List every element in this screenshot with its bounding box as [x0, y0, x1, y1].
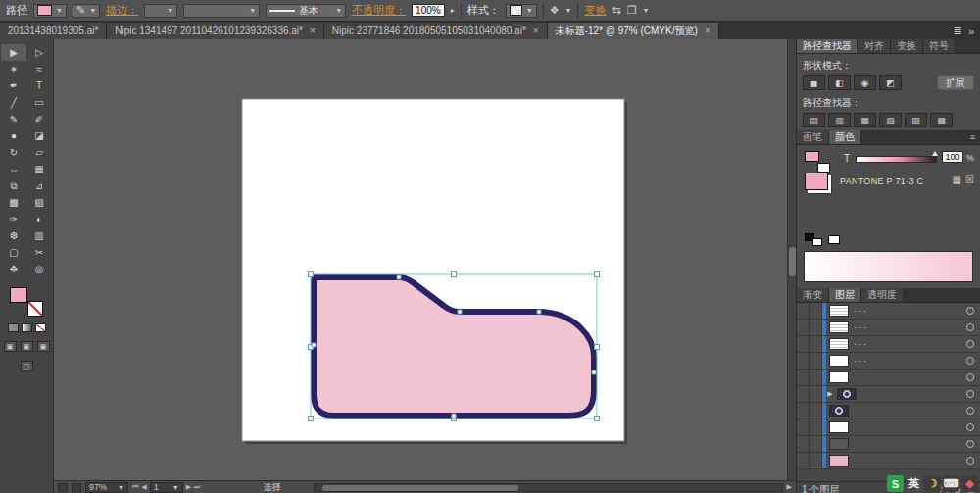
tint-slider[interactable]: [856, 156, 937, 163]
graph-tool[interactable]: ▥: [26, 227, 52, 244]
blob-brush-tool[interactable]: ●: [1, 127, 26, 144]
stroke-link[interactable]: 描边：: [106, 3, 138, 18]
color-ramp[interactable]: [804, 251, 973, 282]
tab-close-icon[interactable]: ×: [310, 25, 316, 36]
draw-behind-icon[interactable]: ▣: [21, 341, 33, 352]
layer-thumbnail[interactable]: [829, 355, 849, 367]
lock-toggle[interactable]: [810, 336, 822, 352]
direct-selection-tool[interactable]: ▷: [26, 44, 52, 61]
document-tab[interactable]: Nipic 1341497 20110426101239326336.ai*×: [107, 23, 324, 39]
visibility-toggle[interactable]: [797, 419, 810, 435]
layer-row[interactable]: ···: [797, 303, 980, 320]
pathfinder-group-tab[interactable]: 路径查找器: [797, 39, 858, 53]
visibility-toggle[interactable]: [797, 370, 810, 385]
pantone-swatch[interactable]: [805, 173, 828, 190]
layer-thumbnail[interactable]: [829, 421, 849, 433]
visibility-toggle[interactable]: [797, 403, 810, 419]
zoom-tool[interactable]: ◎: [26, 261, 52, 277]
minus-front-icon[interactable]: ◧: [828, 75, 851, 90]
artboard-number-field[interactable]: 1 ▼: [150, 482, 183, 493]
soft-keyboard-icon[interactable]: ⌨: [943, 475, 959, 492]
next-artboard-icon[interactable]: ▶: [186, 483, 191, 491]
layer-thumbnail[interactable]: [829, 455, 849, 467]
panel-fill-stroke-indicator[interactable]: [805, 151, 830, 173]
fill-color-dropdown[interactable]: ▼: [33, 4, 67, 18]
tab-close-icon[interactable]: ×: [533, 25, 539, 36]
fill-swatch[interactable]: [10, 287, 27, 303]
document-tab[interactable]: 未标题-12* @ 97% (CMYK/预览)×: [548, 23, 719, 39]
target-circle-icon[interactable]: [966, 357, 974, 365]
brush-definition-dropdown[interactable]: 基本 ▼: [266, 4, 346, 18]
panel-fill-swatch[interactable]: [805, 151, 819, 162]
layer-thumbnail[interactable]: [829, 405, 849, 417]
draw-normal-icon[interactable]: ▣: [4, 341, 17, 352]
layer-thumbnail[interactable]: [829, 371, 849, 383]
target-circle-icon[interactable]: [966, 307, 974, 315]
last-artboard-icon[interactable]: ⏭: [194, 483, 200, 491]
lock-toggle[interactable]: [810, 436, 822, 452]
minus-back-icon[interactable]: ▩: [930, 113, 953, 127]
tab-overflow-icon[interactable]: »: [968, 25, 974, 37]
lock-toggle[interactable]: [810, 419, 822, 435]
free-transform-tool[interactable]: ▦: [26, 161, 52, 177]
vertical-scrollbar[interactable]: [787, 39, 796, 480]
trim-icon[interactable]: ▥: [828, 113, 851, 127]
expand-button[interactable]: 扩展: [937, 75, 974, 90]
white-proxy-swatch[interactable]: [828, 235, 840, 244]
recolor-artwork-icon[interactable]: ❖: [550, 4, 560, 17]
layer-row[interactable]: ▶: [797, 386, 980, 403]
layers-group-tab[interactable]: 透明度: [861, 288, 904, 302]
target-circle-icon[interactable]: [966, 407, 974, 415]
exclude-icon[interactable]: ◩: [879, 75, 902, 90]
layer-row[interactable]: [797, 453, 980, 469]
tint-value-field[interactable]: 100: [942, 151, 963, 163]
paintbrush-tool[interactable]: ✎: [1, 111, 26, 127]
layer-thumbnail[interactable]: [829, 338, 849, 350]
document-tab[interactable]: Nipic 23771846 20180505105031040080.ai*×: [324, 23, 548, 39]
layer-row[interactable]: [797, 436, 980, 453]
none-button[interactable]: [35, 323, 46, 332]
isolate-icon[interactable]: ❐: [627, 4, 637, 17]
color-group-tab[interactable]: 画笔: [797, 130, 829, 144]
layer-row[interactable]: ···: [797, 320, 980, 336]
color-grid-icon[interactable]: ▦: [953, 174, 961, 185]
language-mode-icon[interactable]: 英: [906, 475, 922, 492]
pencil-tool[interactable]: ✐: [26, 111, 52, 127]
magic-wand-tool[interactable]: ✶: [1, 61, 26, 77]
panel-menu-icon[interactable]: ≡: [965, 130, 980, 144]
moon-mode-icon[interactable]: ☽: [924, 475, 941, 492]
eraser-tool[interactable]: ◪: [26, 127, 52, 144]
target-circle-icon[interactable]: [966, 457, 974, 465]
visibility-toggle[interactable]: [797, 353, 810, 369]
sogou-input-icon[interactable]: S: [887, 475, 904, 492]
status-mini-icon[interactable]: [72, 483, 81, 492]
visibility-toggle[interactable]: [797, 436, 810, 452]
lock-toggle[interactable]: [810, 303, 822, 319]
layer-thumbnail[interactable]: [829, 321, 849, 333]
transform-link[interactable]: 变换: [584, 3, 606, 18]
slice-tool[interactable]: ✂: [26, 244, 52, 261]
visibility-toggle[interactable]: [797, 336, 810, 352]
lock-toggle[interactable]: [810, 320, 822, 335]
intersect-icon[interactable]: ◉: [854, 75, 876, 90]
layer-row[interactable]: [797, 419, 980, 436]
lock-toggle[interactable]: [810, 353, 822, 369]
layer-row[interactable]: [797, 370, 980, 386]
mesh-tool[interactable]: ▩: [1, 194, 26, 211]
outline-icon[interactable]: ▨: [905, 113, 927, 127]
target-circle-icon[interactable]: [966, 340, 974, 348]
draw-inside-icon[interactable]: ▣: [37, 341, 50, 352]
status-mini-icon[interactable]: [58, 483, 68, 492]
visibility-toggle[interactable]: [797, 320, 810, 335]
gradient-button[interactable]: [22, 323, 32, 332]
prev-artboard-icon[interactable]: ◀: [141, 483, 146, 491]
none-color-icon[interactable]: ☒: [965, 174, 974, 185]
expand-arrow-icon[interactable]: ▶: [826, 390, 834, 398]
layer-row[interactable]: [797, 403, 980, 419]
unite-icon[interactable]: ◼: [803, 75, 825, 90]
black-white-swatches[interactable]: [805, 233, 822, 246]
scroll-right-icon[interactable]: ▶: [787, 483, 792, 491]
pathfinder-group-tab[interactable]: 对齐: [858, 39, 891, 53]
lock-toggle[interactable]: [810, 453, 822, 468]
opacity-stepper-icon[interactable]: ▸: [451, 6, 455, 15]
